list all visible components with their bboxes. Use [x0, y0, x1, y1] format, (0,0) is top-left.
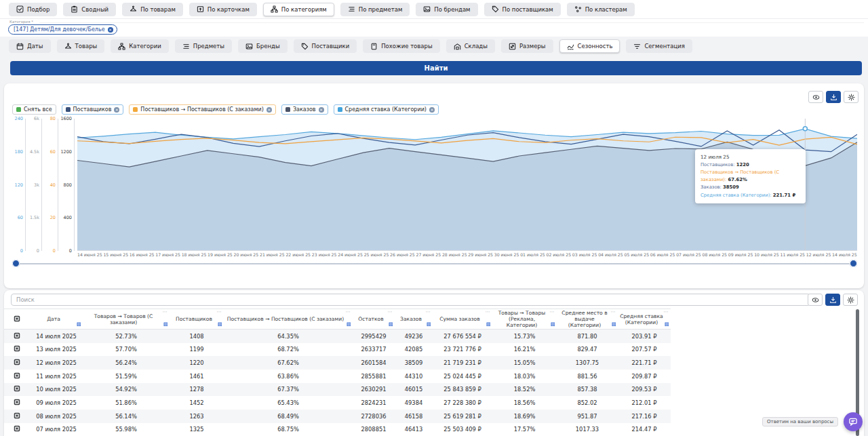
column-header-summa-zakazov[interactable]: Сумма заказов⋯: [433, 309, 492, 330]
legend-remove-icon[interactable]: ✕: [114, 107, 119, 113]
checkbox-icon: [14, 399, 20, 405]
column-header-ostatkov[interactable]: Остатков⋯: [353, 309, 395, 330]
column-header-srednee-mesto[interactable]: Среднее место в выдаче (Категории)⋯: [557, 309, 618, 330]
table-cell-zakazov: 49236: [395, 330, 433, 343]
top-tab-po-predmetam[interactable]: По предметам: [340, 3, 410, 16]
column-header-tovary-reklama[interactable]: Товары → Товары (Реклама, Категории)⋯: [492, 309, 557, 330]
row-checkbox[interactable]: [4, 410, 30, 423]
find-button[interactable]: Найти: [10, 61, 862, 75]
column-menu-icon[interactable]: ⋯: [388, 309, 393, 315]
legend-chip-0[interactable]: Снять все: [12, 104, 56, 115]
slider-track[interactable]: [16, 263, 854, 264]
top-tab-po-postavshchikam[interactable]: По поставщикам: [484, 3, 561, 16]
column-header-srednyaya-stavka[interactable]: Средняя ставка (Категории)⋯: [618, 309, 671, 330]
filter-button-daty[interactable]: Даты: [9, 39, 51, 53]
table-cell-srednyaya-stavka: 217.16 ₽: [618, 410, 671, 423]
filter-button-label: Сезонность: [578, 43, 613, 49]
column-filter-icon[interactable]: [612, 321, 616, 328]
filter-button-sklady[interactable]: Склады: [446, 39, 495, 53]
x-axis-label: 29 июня 25: [468, 252, 493, 257]
column-filter-icon[interactable]: [427, 321, 431, 328]
row-checkbox[interactable]: [4, 423, 30, 436]
filter-button-postavshchiki[interactable]: Поставщики: [294, 39, 357, 53]
column-filter-icon[interactable]: [551, 321, 555, 328]
top-tab-po-kartochkam[interactable]: По карточкам: [189, 3, 257, 16]
column-filter-icon[interactable]: [389, 321, 393, 328]
column-menu-icon[interactable]: ⋯: [163, 309, 168, 315]
column-filter-icon[interactable]: [77, 321, 81, 328]
top-tab-po-kategoriyam[interactable]: По категориям: [263, 3, 334, 16]
legend-remove-icon[interactable]: ✕: [429, 107, 435, 113]
filter-button-brendy[interactable]: Бренды: [238, 39, 288, 53]
filter-button-kategorii[interactable]: Категории: [111, 39, 169, 53]
column-filter-icon[interactable]: [665, 321, 669, 328]
table-cell-date: 08 июля 2025: [30, 410, 83, 423]
x-axis-label: 12 июля 25: [806, 252, 831, 257]
filter-button-pohozhie-tovary[interactable]: Похожие товары: [363, 39, 439, 53]
filter-button-sezonnost[interactable]: Сезонность: [559, 39, 620, 53]
row-checkbox[interactable]: [4, 343, 30, 357]
row-checkbox[interactable]: [4, 370, 30, 383]
legend-chip-1[interactable]: Поставщиков✕: [62, 104, 124, 115]
top-tab-po-brendam[interactable]: По брендам: [416, 3, 477, 16]
column-menu-icon[interactable]: ⋯: [217, 309, 222, 315]
legend-remove-icon[interactable]: ✕: [267, 107, 272, 113]
table-cell-tovarov-conv: 57.70%: [83, 343, 170, 357]
top-tab-label: Подбор: [27, 6, 50, 13]
column-menu-icon[interactable]: ⋯: [611, 309, 616, 315]
table-cell-ostatkov: 2633717: [353, 343, 395, 357]
column-filter-icon[interactable]: [218, 321, 222, 328]
legend-remove-icon[interactable]: ✕: [319, 107, 324, 113]
x-axis-label: 27 июня 25: [416, 252, 441, 257]
row-checkbox[interactable]: [4, 356, 30, 370]
column-header-postavshchikov-conv[interactable]: Поставщиков → Поставщиков (С заказами)⋯: [224, 309, 353, 330]
chat-button[interactable]: [844, 412, 863, 431]
filter-button-razmery[interactable]: Размеры: [501, 39, 553, 53]
column-menu-icon[interactable]: ⋯: [664, 309, 669, 315]
table-download-button[interactable]: [825, 294, 840, 306]
column-menu-icon[interactable]: ⋯: [426, 309, 431, 315]
column-menu-icon[interactable]: ⋯: [550, 309, 555, 315]
column-menu-icon[interactable]: ⋯: [346, 309, 351, 315]
tag-icon: [492, 5, 499, 13]
column-filter-icon[interactable]: [163, 321, 168, 328]
column-filter-icon[interactable]: [347, 321, 351, 328]
category-chip[interactable]: [147] Детям/Для девочек/Белье ✕: [8, 24, 117, 35]
column-header-tovarov-conv[interactable]: Товаров → Товаров (С заказами)⋯: [83, 309, 170, 330]
table-eye-button[interactable]: [808, 294, 823, 306]
category-chip-close-icon[interactable]: ✕: [108, 27, 113, 33]
legend-chip-2[interactable]: Поставщиков → Поставщиков (С заказами)✕: [129, 104, 276, 115]
table-cell-srednee-mesto: 857.38: [557, 383, 618, 397]
legend-chip-3[interactable]: Заказов✕: [281, 104, 328, 115]
column-menu-icon[interactable]: ⋯: [486, 309, 491, 315]
column-filter-icon[interactable]: [486, 321, 491, 328]
table-gear-button[interactable]: [843, 294, 858, 306]
column-header-zakazov[interactable]: Заказов⋯: [395, 309, 433, 330]
top-tab-svodnyj[interactable]: Сводный: [63, 3, 116, 16]
table-row-0: 14 июля 202552.73%140864.35%299542949236…: [4, 330, 671, 343]
top-tab-label: По брендам: [434, 6, 470, 13]
category-filter-row: Категория * [147] Детям/Для девочек/Бель…: [0, 19, 868, 37]
filter-button-predmety[interactable]: Предметы: [175, 39, 232, 53]
row-checkbox[interactable]: [4, 396, 30, 410]
x-axis-label: 08 июля 25: [702, 252, 727, 257]
chart-download-button[interactable]: [826, 91, 841, 103]
legend-chip-4[interactable]: Средняя ставка (Категории)✕: [334, 104, 439, 115]
filter-button-tovary[interactable]: Товары: [57, 39, 105, 53]
top-tab-label: По категориям: [281, 6, 327, 13]
slider-handle-right[interactable]: [850, 260, 857, 267]
search-input[interactable]: [11, 294, 810, 306]
filter-button-segmentaciya[interactable]: Сегментация: [626, 39, 692, 53]
row-checkbox[interactable]: [4, 330, 30, 343]
column-header-date[interactable]: Дата: [30, 309, 83, 330]
chart-eye-button[interactable]: [808, 91, 823, 103]
top-tab-po-tovaram[interactable]: По товарам: [122, 3, 183, 16]
top-tab-label: По поставщикам: [502, 6, 553, 13]
top-tab-po-klasteram[interactable]: По кластерам: [567, 3, 635, 16]
row-checkbox[interactable]: [4, 383, 30, 397]
top-tab-podbor[interactable]: Подбор: [9, 3, 57, 16]
column-header-select[interactable]: [4, 309, 30, 330]
column-header-postavshchikov[interactable]: Поставщиков⋯: [170, 309, 224, 330]
chart-gear-button[interactable]: [844, 91, 859, 103]
slider-handle-left[interactable]: [12, 260, 20, 267]
